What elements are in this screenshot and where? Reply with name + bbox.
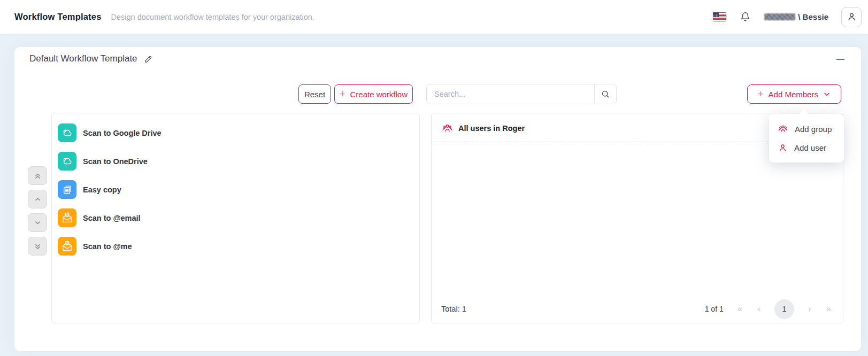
members-panel-footer: Total: 1 1 of 1 « ‹ 1 › » (432, 298, 843, 320)
current-user: \ Bessie (764, 12, 828, 21)
dropdown-menu-item[interactable]: Add user (769, 138, 844, 157)
add-members-dropdown: Add group Add user (769, 114, 844, 162)
plus-icon: + (758, 89, 764, 99)
double-chevron-left-icon: « (738, 304, 742, 314)
workflow-icon: @ (58, 123, 76, 142)
edit-template-name-button[interactable] (143, 54, 153, 64)
workflow-item[interactable]: @ Easy copy (52, 175, 419, 204)
workflow-icon: @ (58, 152, 76, 171)
double-chevron-right-icon: » (826, 304, 831, 314)
collapse-card-button[interactable] (834, 55, 846, 64)
user-icon (778, 143, 788, 153)
person-icon (846, 11, 857, 22)
user-group-icon (441, 122, 454, 134)
mail-at-icon: @ (61, 240, 73, 252)
user-group-icon (778, 123, 788, 134)
workflow-item[interactable]: @ Scan to @email (52, 204, 419, 232)
workflow-item[interactable]: @ Scan to OneDrive (52, 147, 419, 175)
members-group-label: All users in Roger (458, 124, 525, 133)
workflow-label: Scan to @email (83, 214, 141, 222)
menu-item-icon (778, 123, 788, 134)
current-page-button[interactable]: 1 (774, 299, 794, 319)
menu-item-label: Add group (795, 125, 832, 134)
svg-text:@: @ (66, 213, 69, 216)
svg-text:@: @ (66, 242, 69, 245)
reset-label: Reset (304, 90, 325, 99)
language-flag-icon[interactable] (713, 12, 726, 21)
menu-item-icon (778, 143, 788, 153)
reset-button[interactable]: Reset (298, 84, 331, 104)
create-workflow-label: Create workflow (350, 90, 408, 99)
workflow-label: Scan to OneDrive (83, 157, 148, 166)
workflow-icon: @ (58, 180, 76, 199)
move-down-button[interactable] (28, 213, 47, 232)
workflow-template-card: Default Workflow Template Reset + Create… (14, 47, 861, 351)
add-members-button[interactable]: + Add Members (747, 84, 841, 104)
prev-page-button[interactable]: ‹ (756, 304, 762, 314)
reorder-controls (28, 166, 47, 256)
page-title: Workflow Templates (14, 12, 102, 22)
workflow-icon: @ (58, 237, 76, 256)
pencil-icon (143, 54, 153, 64)
chevron-down-icon (34, 219, 42, 227)
double-chevron-up-icon (34, 172, 42, 180)
total-count: Total: 1 (441, 305, 466, 313)
move-up-button[interactable] (28, 190, 47, 208)
last-page-button[interactable]: » (825, 304, 832, 314)
move-top-button[interactable] (28, 166, 47, 185)
search-button[interactable] (594, 84, 616, 104)
minus-icon (836, 59, 844, 60)
search-icon (600, 89, 611, 99)
account-button[interactable] (841, 7, 862, 27)
pagination: 1 of 1 « ‹ 1 › » (705, 299, 832, 319)
workflow-item[interactable]: @ Scan to Google Drive (52, 119, 419, 147)
workflow-label: Easy copy (83, 185, 121, 194)
plus-icon: + (340, 89, 345, 99)
move-bottom-button[interactable] (28, 237, 47, 256)
mail-at-icon: @ (61, 212, 73, 224)
workflow-list-panel: @ Scan to Google Drive @ Scan to OneDriv… (51, 113, 420, 323)
cloud-icon (61, 155, 73, 167)
workflow-icon: @ (58, 208, 76, 227)
member-search (426, 84, 617, 104)
copy-icon (62, 184, 73, 196)
double-chevron-down-icon (34, 242, 42, 251)
page: Workflow Templates Design document workf… (0, 0, 868, 356)
cloud-icon (61, 127, 73, 139)
search-input[interactable] (427, 84, 594, 104)
card-title-row: Default Workflow Template (29, 53, 153, 64)
next-page-button[interactable]: › (807, 304, 812, 314)
header-actions: \ Bessie (713, 7, 862, 27)
chevron-right-icon: › (808, 304, 811, 314)
workflow-label: Scan to @me (83, 242, 132, 251)
bell-icon (739, 11, 751, 23)
chevron-down-icon (823, 90, 831, 98)
redacted-org-name (764, 13, 795, 20)
notifications-button[interactable] (739, 11, 751, 23)
chevron-up-icon (34, 195, 42, 203)
workflow-label: Scan to Google Drive (83, 129, 162, 137)
menu-item-label: Add user (794, 143, 826, 152)
chevron-left-icon: ‹ (757, 304, 761, 314)
workflow-item[interactable]: @ Scan to @me (52, 232, 419, 260)
page-info: 1 of 1 (705, 305, 724, 313)
first-page-button[interactable]: « (736, 304, 743, 314)
add-members-label: Add Members (769, 90, 818, 99)
user-name: \ Bessie (798, 12, 828, 21)
template-title: Default Workflow Template (29, 53, 137, 64)
page-subtitle: Design document workflow templates for y… (111, 13, 314, 21)
create-workflow-button[interactable]: + Create workflow (334, 84, 413, 104)
top-header: Workflow Templates Design document workf… (0, 0, 868, 34)
dropdown-menu-item[interactable]: Add group (769, 119, 844, 138)
